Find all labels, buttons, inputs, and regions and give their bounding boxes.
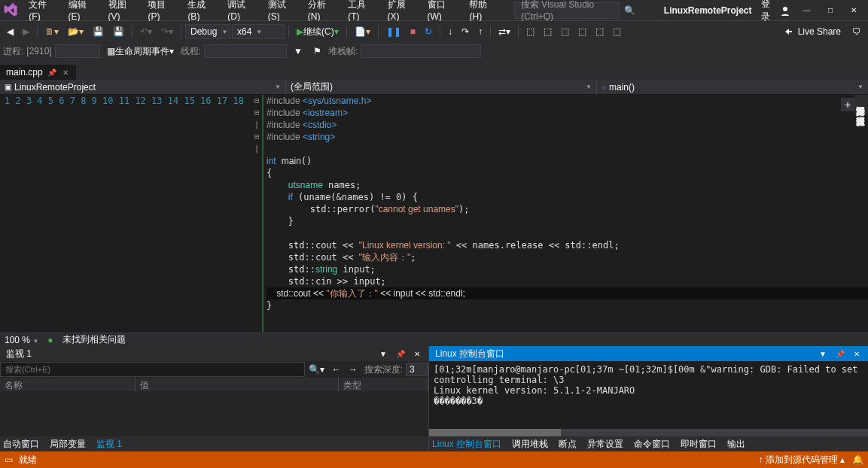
close-tab-icon[interactable]: ✕	[61, 68, 70, 77]
prev-icon[interactable]: ←	[328, 362, 345, 377]
filter-icon[interactable]: ▼	[290, 44, 306, 59]
panel-dropdown-icon[interactable]: ▼	[817, 350, 829, 358]
depth-label: 搜索深度:	[361, 363, 406, 376]
save-button[interactable]: 💾	[89, 24, 108, 39]
chevron-down-icon: ▼	[256, 29, 262, 35]
login-button[interactable]: 登录	[761, 0, 790, 23]
col-type[interactable]: 类型	[339, 378, 428, 391]
fold-column[interactable]: ⊟ ⊟ | ⊟ |	[251, 95, 262, 333]
thread-combo[interactable]	[204, 44, 287, 58]
restart-button[interactable]: ↻	[421, 24, 436, 39]
search-run-icon[interactable]: 🔍▾	[305, 362, 328, 377]
bottom-tabs-left: 自动窗口 局部变量 监视 1	[0, 436, 428, 451]
debug-toolbar: 进程: [2910] ▦ 生命周期事件 ▾ 线程: ▼ ⚑ 堆栈帧:	[0, 42, 868, 60]
bottom-panels: 监视 1 ▼ 📌 ✕ 🔍▾ ← → 搜索深度: 3 名称 值 类型 自动窗口 局…	[0, 346, 868, 451]
tab-label: main.cpp	[6, 67, 43, 77]
share-icon	[783, 26, 793, 37]
tab-immediate[interactable]: 即时窗口	[681, 438, 717, 451]
undo-button[interactable]: ↶▾	[136, 24, 156, 39]
step-over-button[interactable]: ↷	[458, 24, 473, 39]
tab-console[interactable]: Linux 控制台窗口	[432, 438, 501, 451]
pin-icon[interactable]: 📌	[47, 68, 56, 77]
new-item-button[interactable]: 📄▾	[351, 24, 374, 39]
open-button[interactable]: 📂▾	[64, 24, 87, 39]
code-nav-bar: ▣ LinuxRemoteProject▼ (全局范围)▼ ⬦ main()▼	[0, 80, 868, 95]
visual-studio-logo-icon	[3, 2, 18, 19]
nav-scope-project[interactable]: ▣ LinuxRemoteProject▼	[0, 81, 286, 94]
pause-button[interactable]: ❚❚	[382, 24, 405, 39]
global-search[interactable]: 搜索 Visual Studio (Ctrl+Q)	[514, 2, 620, 19]
tab-locals[interactable]: 局部变量	[50, 438, 86, 451]
process-combo[interactable]	[55, 44, 100, 58]
panel-close-icon[interactable]: ✕	[412, 350, 422, 358]
flag-icon[interactable]: ⚑	[309, 44, 325, 59]
notifications-icon[interactable]: 🔔	[852, 454, 863, 465]
depth-value[interactable]: 3	[406, 363, 428, 376]
minimize-button[interactable]: —	[796, 0, 818, 21]
code-content[interactable]: #include <sys/utsname.h> #include <iostr…	[262, 95, 868, 333]
tab-breakpoints[interactable]: 断点	[559, 438, 577, 451]
step-into-button[interactable]: ↓	[444, 24, 456, 39]
tool6-button[interactable]: ⬚	[592, 24, 608, 39]
tool3-button[interactable]: ⬚	[540, 24, 556, 39]
tab-main-cpp[interactable]: main.cpp 📌 ✕	[0, 65, 76, 80]
tab-watch[interactable]: 监视 1	[96, 438, 122, 451]
redo-button[interactable]: ↷▾	[157, 24, 177, 39]
nav-scope-function[interactable]: ⬦ main()▼	[597, 81, 868, 94]
code-editor[interactable]: 1 2 3 4 5 6 7 8 9 10 11 12 13 14 15 16 1…	[0, 95, 868, 333]
watch-body[interactable]	[0, 391, 428, 436]
feedback-icon[interactable]: 🗨	[848, 24, 865, 39]
tab-callstack[interactable]: 调用堆栈	[512, 438, 548, 451]
tab-command[interactable]: 命令窗口	[634, 438, 670, 451]
new-button[interactable]: 🗎▾	[41, 24, 62, 39]
tool-button[interactable]: ⇄▾	[495, 24, 514, 39]
panel-pin-icon[interactable]: 📌	[833, 350, 847, 358]
next-icon[interactable]: →	[345, 362, 361, 377]
live-share-button[interactable]: Live Share	[777, 26, 847, 37]
editor-statusbar: 100 % ▼ ● 未找到相关问题	[0, 333, 868, 346]
stop-button[interactable]: ■	[407, 24, 419, 39]
step-out-button[interactable]: ↑	[474, 24, 486, 39]
tab-auto[interactable]: 自动窗口	[3, 438, 39, 451]
chevron-down-icon: ▼	[221, 29, 227, 35]
zoom-combo[interactable]: 100 % ▼	[5, 335, 38, 345]
panel-dropdown-icon[interactable]: ▼	[377, 350, 389, 358]
col-value[interactable]: 值	[136, 378, 339, 391]
config-combo[interactable]: Debug▼	[185, 24, 230, 39]
col-name[interactable]: 名称	[0, 378, 136, 391]
search-icon[interactable]: 🔍	[620, 5, 640, 16]
tool5-button[interactable]: ⬚	[574, 24, 590, 39]
panel-pin-icon[interactable]: 📌	[394, 350, 407, 358]
lifecycle-button[interactable]: ▦ 生命周期事件 ▾	[103, 43, 178, 60]
platform-combo[interactable]: x64▼	[232, 24, 285, 39]
nav-back-button[interactable]: ◀	[3, 24, 17, 39]
tab-output[interactable]: 输出	[727, 438, 745, 451]
console-output[interactable]: [01;32m[manjaro@manjaro-pc[01;37m ~[01;3…	[429, 361, 868, 429]
add-source-control-button[interactable]: ↑ 添加到源代码管理 ▴	[758, 454, 845, 466]
tool7-button[interactable]: ⬚	[609, 24, 625, 39]
line-number-gutter: 1 2 3 4 5 6 7 8 9 10 11 12 13 14 15 16 1…	[0, 95, 251, 333]
save-all-button[interactable]: 💾	[109, 24, 128, 39]
close-button[interactable]: ✕	[843, 0, 865, 21]
nav-scope-global[interactable]: (全局范围)▼	[286, 79, 597, 95]
console-panel-title[interactable]: Linux 控制台窗口 ▼ 📌 ✕	[429, 346, 868, 361]
tool4-button[interactable]: ⬚	[557, 24, 573, 39]
stackframe-label: 堆栈帧:	[328, 45, 358, 58]
console-scrollbar[interactable]	[429, 429, 868, 436]
maximize-button[interactable]: □	[819, 0, 841, 21]
main-toolbar: ◀ ▶ 🗎▾ 📂▾ 💾 💾 ↶▾ ↷▾ Debug▼ x64▼ ▶ 继续(C) …	[0, 21, 868, 42]
watch-panel: 监视 1 ▼ 📌 ✕ 🔍▾ ← → 搜索深度: 3 名称 值 类型 自动窗口 局…	[0, 346, 429, 451]
watch-panel-title[interactable]: 监视 1 ▼ 📌 ✕	[0, 346, 428, 361]
document-tabbar: main.cpp 📌 ✕	[0, 63, 868, 80]
menubar: 文件(F) 编辑(E) 视图(V) 项目(P) 生成(B) 调试(D) 测试(S…	[0, 0, 868, 21]
panel-close-icon[interactable]: ✕	[851, 350, 862, 358]
add-widget-button[interactable]: +	[841, 98, 854, 111]
tab-exceptions[interactable]: 异常设置	[587, 438, 623, 451]
stackframe-combo[interactable]	[361, 44, 481, 58]
search-placeholder: 搜索 Visual Studio (Ctrl+Q)	[521, 0, 613, 22]
watch-search-input[interactable]	[0, 362, 305, 377]
tool2-button[interactable]: ⬚	[522, 24, 538, 39]
side-toolwindow-tabs: 解决方案资源管理器 团队资源管理器	[854, 95, 868, 114]
nav-forward-button[interactable]: ▶	[19, 24, 33, 39]
continue-button[interactable]: ▶ 继续(C) ▾	[293, 23, 343, 41]
